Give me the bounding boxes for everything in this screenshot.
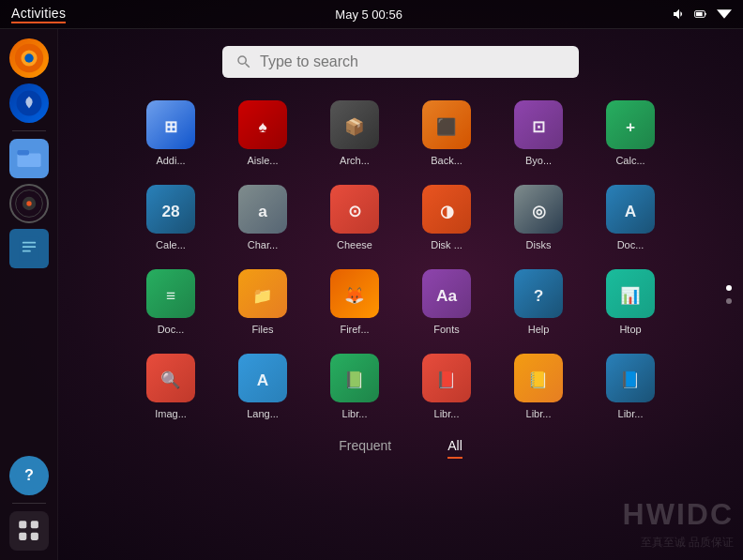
svg-text:📕: 📕 <box>436 370 457 390</box>
sidebar-item-thunderbird[interactable] <box>9 83 49 123</box>
topbar: Activities May 5 00:56 <box>0 0 743 29</box>
app-label-help: Help <box>528 324 550 335</box>
search-input[interactable] <box>260 53 566 70</box>
app-icon-calc: + <box>606 100 655 149</box>
app-item-lang[interactable]: A Lang... <box>217 346 309 427</box>
app-item-lib2[interactable]: 📕 Libr... <box>401 346 493 427</box>
app-item-files[interactable]: 📁 Files <box>217 262 309 342</box>
svg-text:?: ? <box>534 286 544 305</box>
sidebar-divider-1 <box>12 130 46 131</box>
app-label-lib4: Libr... <box>618 408 644 419</box>
svg-rect-2 <box>705 13 705 16</box>
sidebar-item-rhythmbox[interactable] <box>9 184 49 223</box>
tab-frequent[interactable]: Frequent <box>339 438 391 459</box>
app-icon-doc2: ≡ <box>146 269 195 318</box>
svg-rect-19 <box>19 521 26 528</box>
svg-text:📗: 📗 <box>344 370 365 390</box>
app-item-byo[interactable]: ⊡ Byo... <box>493 93 584 174</box>
sidebar-item-firefox[interactable] <box>9 38 49 78</box>
volume-icon[interactable] <box>672 7 687 22</box>
battery-icon[interactable] <box>694 7 709 22</box>
app-icon-aisler: ♠ <box>238 100 287 149</box>
topbar-right <box>672 7 732 22</box>
app-item-doc2[interactable]: ≡ Doc... <box>125 262 217 342</box>
app-label-aisler: Aisle... <box>247 155 278 166</box>
system-menu-arrow[interactable] <box>717 7 732 22</box>
app-item-disk[interactable]: ◑ Disk ... <box>401 177 493 258</box>
svg-text:28: 28 <box>161 202 180 220</box>
svg-text:⊞: ⊞ <box>164 117 177 136</box>
app-icon-back: ⬛ <box>422 100 471 149</box>
svg-point-5 <box>24 53 34 63</box>
app-item-char[interactable]: a Char... <box>217 177 309 258</box>
app-icon-lang: A <box>238 354 287 402</box>
app-label-cheese: Cheese <box>337 239 372 250</box>
svg-rect-9 <box>17 150 29 155</box>
app-icon-firefox: 🦊 <box>330 269 379 318</box>
svg-text:📦: 📦 <box>344 116 365 137</box>
app-icon-fonts: Aa <box>422 269 471 318</box>
app-icon-lib3: 📒 <box>514 354 563 402</box>
activities-button[interactable]: Activities <box>11 6 66 23</box>
app-item-htop[interactable]: 📊 Htop <box>584 262 676 342</box>
search-bar <box>222 46 579 78</box>
app-label-files: Files <box>251 324 273 335</box>
app-item-cheese[interactable]: ⊙ Cheese <box>309 177 401 258</box>
app-item-aisler[interactable]: ♠ Aisle... <box>217 93 309 174</box>
app-item-back[interactable]: ⬛ Back... <box>401 93 493 174</box>
app-item-calc[interactable]: + Calc... <box>584 93 676 174</box>
page-dot-1 <box>726 285 732 291</box>
app-icon-help: ? <box>514 269 563 318</box>
app-label-char: Char... <box>248 239 278 250</box>
app-item-lib4[interactable]: 📘 Libr... <box>584 346 676 427</box>
app-label-doc: Doc... <box>617 239 644 250</box>
app-label-doc2: Doc... <box>158 324 185 335</box>
search-bar-wrap <box>222 46 579 78</box>
svg-rect-21 <box>19 533 26 540</box>
app-item-imag[interactable]: 🔍 Imag... <box>125 346 217 427</box>
app-label-lang: Lang... <box>247 408 279 419</box>
app-item-lib1[interactable]: 📗 Libr... <box>309 346 401 427</box>
svg-point-12 <box>26 201 31 205</box>
app-label-lib1: Libr... <box>342 408 368 419</box>
svg-text:⊙: ⊙ <box>348 202 361 220</box>
svg-rect-20 <box>30 521 38 528</box>
svg-rect-16 <box>22 250 30 252</box>
app-item-arch[interactable]: 📦 Arch... <box>309 93 401 174</box>
app-label-imag: Imag... <box>155 408 187 419</box>
app-label-fonts: Fonts <box>433 324 460 335</box>
app-item-addi[interactable]: ⊞ Addi... <box>125 93 217 174</box>
sidebar: ? <box>0 29 58 560</box>
svg-rect-1 <box>696 12 703 16</box>
page-dot-2 <box>726 298 732 304</box>
topbar-datetime: May 5 00:56 <box>335 8 402 22</box>
svg-text:?: ? <box>24 466 34 483</box>
app-item-cale[interactable]: 28 Cale... <box>125 177 217 258</box>
app-item-disks[interactable]: ◎ Disks <box>493 177 584 258</box>
svg-text:≡: ≡ <box>166 286 175 305</box>
app-item-doc[interactable]: A Doc... <box>584 177 676 258</box>
app-label-lib3: Libr... <box>526 408 552 419</box>
app-icon-addi: ⊞ <box>146 100 195 149</box>
sidebar-item-help[interactable]: ? <box>9 456 49 495</box>
main-content: ⊞ Addi... ♠ Aisle... 📦 Arch... ⬛ <box>58 29 743 560</box>
app-item-firefox[interactable]: 🦊 Firef... <box>309 262 401 342</box>
sidebar-item-files[interactable] <box>9 139 49 178</box>
svg-text:+: + <box>626 117 635 136</box>
tab-all[interactable]: All <box>447 438 462 459</box>
app-label-calc: Calc... <box>615 155 644 166</box>
app-icon-disk: ◑ <box>422 185 471 234</box>
app-label-lib2: Libr... <box>434 408 460 419</box>
sidebar-item-apps[interactable] <box>9 511 49 551</box>
app-icon-disks: ◎ <box>514 185 563 234</box>
app-label-disk: Disk ... <box>431 239 462 250</box>
app-item-help[interactable]: ? Help <box>493 262 584 342</box>
app-icon-lib1: 📗 <box>330 354 379 402</box>
app-item-lib3[interactable]: 📒 Libr... <box>493 346 584 427</box>
app-item-fonts[interactable]: Aa Fonts <box>401 262 493 342</box>
app-icon-files: 📁 <box>238 269 287 318</box>
svg-text:⬛: ⬛ <box>436 116 457 137</box>
sidebar-item-libreoffice[interactable] <box>9 229 49 268</box>
svg-rect-8 <box>17 154 40 167</box>
app-label-addi: Addi... <box>156 155 185 166</box>
